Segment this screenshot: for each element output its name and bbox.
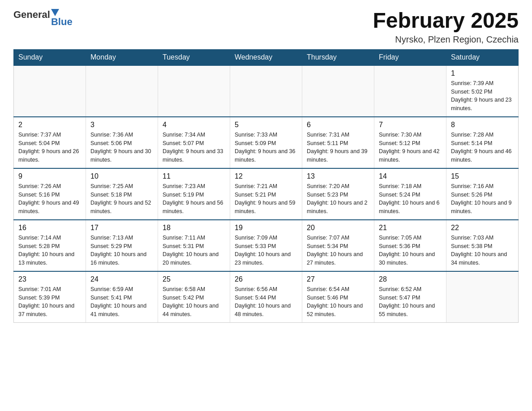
day-info: Sunrise: 7:33 AM Sunset: 5:09 PM Dayligh… [235, 131, 297, 164]
calendar-week-row: 9Sunrise: 7:26 AM Sunset: 5:16 PM Daylig… [14, 168, 519, 220]
day-info: Sunrise: 6:59 AM Sunset: 5:41 PM Dayligh… [90, 285, 153, 319]
calendar-cell: 1Sunrise: 7:39 AM Sunset: 5:02 PM Daylig… [446, 65, 519, 117]
day-info: Sunrise: 6:52 AM Sunset: 5:47 PM Dayligh… [379, 285, 442, 319]
weekday-header-saturday: Saturday [446, 49, 519, 65]
calendar-week-row: 1Sunrise: 7:39 AM Sunset: 5:02 PM Daylig… [14, 65, 519, 117]
day-info: Sunrise: 7:30 AM Sunset: 5:12 PM Dayligh… [379, 131, 442, 164]
calendar-cell: 2Sunrise: 7:37 AM Sunset: 5:04 PM Daylig… [14, 117, 86, 168]
calendar-week-row: 2Sunrise: 7:37 AM Sunset: 5:04 PM Daylig… [14, 117, 519, 168]
calendar-cell: 11Sunrise: 7:23 AM Sunset: 5:19 PM Dayli… [158, 168, 230, 220]
calendar-cell: 12Sunrise: 7:21 AM Sunset: 5:21 PM Dayli… [230, 168, 302, 220]
calendar-cell: 6Sunrise: 7:31 AM Sunset: 5:11 PM Daylig… [302, 117, 374, 168]
day-number: 21 [379, 224, 442, 232]
day-number: 20 [307, 224, 369, 232]
day-number: 7 [379, 121, 442, 129]
calendar-cell: 27Sunrise: 6:54 AM Sunset: 5:46 PM Dayli… [302, 271, 374, 323]
calendar-cell: 15Sunrise: 7:16 AM Sunset: 5:26 PM Dayli… [446, 168, 519, 220]
calendar-table: SundayMondayTuesdayWednesdayThursdayFrid… [13, 49, 519, 323]
day-number: 19 [235, 224, 297, 232]
logo: General Blue [13, 9, 73, 28]
month-title: February 2025 [373, 9, 519, 33]
logo-general: General [13, 9, 50, 21]
calendar-cell: 8Sunrise: 7:28 AM Sunset: 5:14 PM Daylig… [446, 117, 519, 168]
day-number: 22 [451, 224, 514, 232]
calendar-cell: 13Sunrise: 7:20 AM Sunset: 5:23 PM Dayli… [302, 168, 374, 220]
day-info: Sunrise: 7:14 AM Sunset: 5:28 PM Dayligh… [18, 234, 81, 267]
day-info: Sunrise: 7:05 AM Sunset: 5:36 PM Dayligh… [379, 234, 442, 267]
calendar-cell: 16Sunrise: 7:14 AM Sunset: 5:28 PM Dayli… [14, 220, 86, 271]
day-info: Sunrise: 7:07 AM Sunset: 5:34 PM Dayligh… [307, 234, 369, 267]
day-number: 18 [163, 224, 225, 232]
page-header: General Blue February 2025 Nyrsko, Plzen… [13, 9, 519, 45]
calendar-cell: 14Sunrise: 7:18 AM Sunset: 5:24 PM Dayli… [374, 168, 446, 220]
calendar-week-row: 23Sunrise: 7:01 AM Sunset: 5:39 PM Dayli… [14, 271, 519, 323]
calendar-cell: 21Sunrise: 7:05 AM Sunset: 5:36 PM Dayli… [374, 220, 446, 271]
calendar-cell: 10Sunrise: 7:25 AM Sunset: 5:18 PM Dayli… [86, 168, 158, 220]
day-number: 16 [18, 224, 81, 232]
calendar-cell [374, 65, 446, 117]
calendar-cell: 23Sunrise: 7:01 AM Sunset: 5:39 PM Dayli… [14, 271, 86, 323]
calendar-cell: 7Sunrise: 7:30 AM Sunset: 5:12 PM Daylig… [374, 117, 446, 168]
calendar-cell: 20Sunrise: 7:07 AM Sunset: 5:34 PM Dayli… [302, 220, 374, 271]
weekday-header-sunday: Sunday [14, 49, 86, 65]
day-number: 4 [163, 121, 225, 129]
calendar-cell [158, 65, 230, 117]
weekday-header-wednesday: Wednesday [230, 49, 302, 65]
day-info: Sunrise: 7:34 AM Sunset: 5:07 PM Dayligh… [163, 131, 225, 164]
day-number: 13 [307, 172, 369, 180]
day-number: 25 [163, 275, 225, 283]
day-number: 5 [235, 121, 297, 129]
weekday-header-tuesday: Tuesday [158, 49, 230, 65]
day-info: Sunrise: 7:18 AM Sunset: 5:24 PM Dayligh… [379, 182, 442, 216]
weekday-header-thursday: Thursday [302, 49, 374, 65]
calendar-cell: 3Sunrise: 7:36 AM Sunset: 5:06 PM Daylig… [86, 117, 158, 168]
day-info: Sunrise: 7:31 AM Sunset: 5:11 PM Dayligh… [307, 131, 369, 164]
day-info: Sunrise: 7:03 AM Sunset: 5:38 PM Dayligh… [451, 234, 514, 267]
weekday-header-monday: Monday [86, 49, 158, 65]
location: Nyrsko, Plzen Region, Czechia [373, 34, 519, 45]
day-number: 17 [90, 224, 153, 232]
day-number: 1 [451, 69, 514, 77]
calendar-cell: 24Sunrise: 6:59 AM Sunset: 5:41 PM Dayli… [86, 271, 158, 323]
day-info: Sunrise: 7:25 AM Sunset: 5:18 PM Dayligh… [90, 182, 153, 216]
calendar-cell [230, 65, 302, 117]
day-info: Sunrise: 7:37 AM Sunset: 5:04 PM Dayligh… [18, 131, 81, 164]
calendar-cell [86, 65, 158, 117]
day-number: 3 [90, 121, 153, 129]
day-number: 24 [90, 275, 153, 283]
day-number: 23 [18, 275, 81, 283]
day-info: Sunrise: 6:58 AM Sunset: 5:42 PM Dayligh… [163, 285, 225, 319]
day-info: Sunrise: 7:16 AM Sunset: 5:26 PM Dayligh… [451, 182, 514, 216]
day-info: Sunrise: 6:56 AM Sunset: 5:44 PM Dayligh… [235, 285, 297, 319]
day-info: Sunrise: 7:20 AM Sunset: 5:23 PM Dayligh… [307, 182, 369, 216]
calendar-cell: 25Sunrise: 6:58 AM Sunset: 5:42 PM Dayli… [158, 271, 230, 323]
day-info: Sunrise: 7:26 AM Sunset: 5:16 PM Dayligh… [18, 182, 81, 216]
logo-triangle-icon [51, 9, 59, 16]
day-number: 27 [307, 275, 369, 283]
day-number: 8 [451, 121, 514, 129]
day-number: 15 [451, 172, 514, 180]
calendar-cell: 17Sunrise: 7:13 AM Sunset: 5:29 PM Dayli… [86, 220, 158, 271]
day-info: Sunrise: 7:21 AM Sunset: 5:21 PM Dayligh… [235, 182, 297, 216]
day-info: Sunrise: 7:36 AM Sunset: 5:06 PM Dayligh… [90, 131, 153, 164]
day-number: 6 [307, 121, 369, 129]
day-info: Sunrise: 7:13 AM Sunset: 5:29 PM Dayligh… [90, 234, 153, 267]
calendar-cell [446, 271, 519, 323]
day-info: Sunrise: 7:39 AM Sunset: 5:02 PM Dayligh… [451, 79, 514, 113]
day-number: 11 [163, 172, 225, 180]
day-number: 26 [235, 275, 297, 283]
calendar-cell: 28Sunrise: 6:52 AM Sunset: 5:47 PM Dayli… [374, 271, 446, 323]
day-number: 9 [18, 172, 81, 180]
day-number: 2 [18, 121, 81, 129]
day-info: Sunrise: 7:28 AM Sunset: 5:14 PM Dayligh… [451, 131, 514, 164]
calendar-cell: 5Sunrise: 7:33 AM Sunset: 5:09 PM Daylig… [230, 117, 302, 168]
logo-blue: Blue [51, 16, 73, 28]
day-info: Sunrise: 7:09 AM Sunset: 5:33 PM Dayligh… [235, 234, 297, 267]
day-number: 28 [379, 275, 442, 283]
day-info: Sunrise: 7:01 AM Sunset: 5:39 PM Dayligh… [18, 285, 81, 319]
calendar-cell: 4Sunrise: 7:34 AM Sunset: 5:07 PM Daylig… [158, 117, 230, 168]
title-block: February 2025 Nyrsko, Plzen Region, Czec… [373, 9, 519, 45]
calendar-cell [302, 65, 374, 117]
calendar-cell: 19Sunrise: 7:09 AM Sunset: 5:33 PM Dayli… [230, 220, 302, 271]
calendar-week-row: 16Sunrise: 7:14 AM Sunset: 5:28 PM Dayli… [14, 220, 519, 271]
